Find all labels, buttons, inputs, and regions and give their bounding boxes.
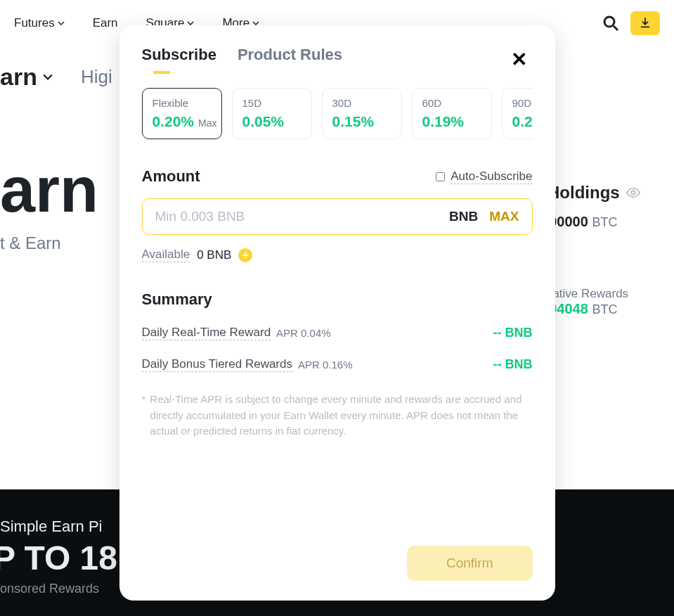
confirm-button[interactable]: Confirm — [407, 546, 533, 581]
subscribe-modal: Subscribe Product Rules ✕ Flexible 0.20%… — [119, 25, 555, 601]
summary-value: -- BNB — [493, 357, 533, 372]
duration-30d[interactable]: 30D 0.15% — [322, 88, 402, 139]
summary-title: Summary — [142, 290, 533, 309]
auto-subscribe-row: Auto-Subscribe — [436, 169, 532, 184]
amount-currency: BNB — [449, 209, 478, 224]
close-icon[interactable]: ✕ — [505, 45, 533, 74]
available-value: 0 BNB — [197, 248, 231, 262]
summary-value: -- BNB — [493, 326, 533, 340]
duration-label: 90D — [512, 97, 533, 109]
amount-input-wrap: BNB MAX — [142, 198, 533, 235]
tab-subscribe[interactable]: Subscribe — [142, 46, 216, 74]
auto-subscribe-label[interactable]: Auto-Subscribe — [451, 169, 532, 184]
duration-apr: 0.19% — [422, 113, 481, 130]
summary-row: Daily Bonus Tiered Rewards APR 0.16% -- … — [142, 357, 533, 372]
duration-apr: 0.15% — [332, 113, 391, 130]
modal-tabs: Subscribe Product Rules — [142, 46, 343, 74]
duration-apr: 0.05% — [242, 113, 302, 130]
summary-apr: APR 0.16% — [298, 359, 353, 371]
duration-label: Flexible — [153, 97, 212, 109]
summary-section: Summary Daily Real-Time Reward APR 0.04%… — [142, 290, 533, 439]
duration-60d[interactable]: 60D 0.19% — [412, 88, 492, 139]
disclaimer: * Real-Time APR is subject to change eve… — [142, 392, 533, 439]
amount-title: Amount — [142, 167, 200, 186]
modal-overlay: Subscribe Product Rules ✕ Flexible 0.20%… — [0, 0, 674, 616]
duration-15d[interactable]: 15D 0.05% — [232, 88, 312, 139]
tab-product-rules[interactable]: Product Rules — [238, 46, 342, 74]
duration-label: 60D — [422, 97, 481, 109]
max-button[interactable]: MAX — [489, 209, 519, 224]
available-row: Available 0 BNB + — [142, 248, 533, 262]
summary-row: Daily Real-Time Reward APR 0.04% -- BNB — [142, 326, 533, 340]
duration-90d[interactable]: 90D 0.25% — [502, 88, 533, 139]
available-label[interactable]: Available — [142, 248, 190, 262]
auto-subscribe-checkbox[interactable] — [436, 172, 445, 181]
duration-flexible[interactable]: Flexible 0.20% Max — [142, 88, 222, 139]
duration-label: 30D — [332, 97, 391, 109]
summary-label[interactable]: Daily Real-Time Reward — [142, 326, 271, 340]
duration-options: Flexible 0.20% Max 15D 0.05% 30D 0.15% 6… — [142, 88, 533, 139]
duration-apr: 0.25% — [512, 113, 533, 130]
amount-input[interactable] — [155, 209, 450, 224]
modal-header: Subscribe Product Rules ✕ — [142, 45, 533, 74]
amount-section: Amount Auto-Subscribe BNB MAX Available … — [142, 167, 533, 262]
duration-label: 15D — [242, 97, 302, 109]
duration-apr: 0.20% Max — [153, 113, 212, 130]
summary-label[interactable]: Daily Bonus Tiered Rewards — [142, 357, 292, 372]
add-funds-icon[interactable]: + — [238, 248, 252, 262]
summary-apr: APR 0.04% — [276, 327, 331, 339]
